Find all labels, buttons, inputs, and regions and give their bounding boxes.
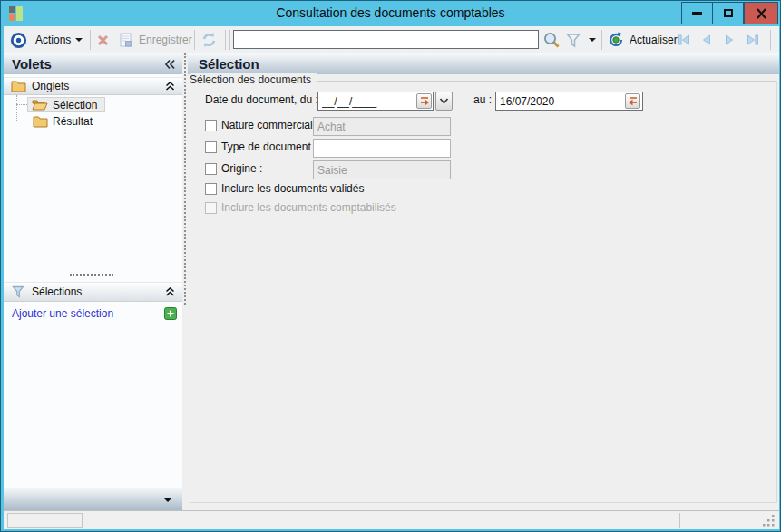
minimize-icon [692, 12, 702, 15]
collapse-section-icon[interactable] [165, 82, 175, 91]
include-validated-label: Inclure les documents validés [221, 182, 364, 195]
include-posted-label: Inclure les documents comptabilisés [221, 201, 396, 214]
filter-dropdown-button[interactable] [589, 26, 596, 53]
red-x-icon [96, 34, 110, 47]
date-from-dropdown-button[interactable] [435, 92, 453, 111]
sidebar-volets: Volets Onglets [4, 53, 182, 510]
search-icon [542, 31, 561, 49]
folder-icon [11, 80, 26, 92]
sidebar-bottom-bar[interactable] [4, 488, 182, 510]
minimize-button[interactable] [681, 2, 713, 24]
date-to-input[interactable] [495, 92, 643, 111]
toolbar-separator [601, 30, 602, 50]
save-icon [118, 33, 133, 48]
orange-arrow-left-icon [628, 96, 639, 106]
actions-label: Actions [35, 34, 71, 46]
actions-button[interactable]: Actions [10, 26, 83, 53]
nature-commerciale-label: Nature commerciale : [221, 119, 325, 131]
sidebar-item-selection[interactable]: Sélection [27, 97, 105, 112]
date-to-label: au : [473, 93, 492, 106]
save-label: Enregistrer [139, 34, 192, 46]
type-document-label: Type de document : [221, 140, 317, 153]
toolbar-separator [225, 30, 226, 50]
sidebar-title: Volets [4, 56, 52, 72]
groupbox-legend: Sélection des documents [190, 73, 317, 86]
main-panel-header: Sélection [188, 53, 779, 74]
type-document-row: Type de document : [205, 140, 317, 153]
origine-checkbox[interactable] [205, 163, 217, 175]
close-icon [756, 8, 767, 19]
filter-icon [565, 33, 581, 48]
folder-icon [33, 115, 48, 128]
refresh-circle-icon [608, 32, 624, 48]
previous-record-icon [699, 33, 714, 47]
date-to-jump-button[interactable] [625, 93, 640, 109]
collapse-section-icon[interactable] [165, 287, 175, 296]
add-plus-icon[interactable] [164, 307, 177, 320]
sidebar-item-label: Résultat [53, 115, 93, 128]
delete-button[interactable] [96, 26, 110, 53]
status-bar [4, 510, 779, 529]
actualiser-button[interactable]: Actualiser [608, 26, 678, 53]
first-record-button[interactable] [677, 26, 692, 53]
status-divider [679, 513, 680, 528]
window-title: Consultation des documents comptables [1, 5, 780, 20]
actualiser-label: Actualiser [630, 34, 678, 46]
selections-section-header[interactable]: Sélections [4, 282, 182, 302]
search-button[interactable] [542, 26, 561, 53]
nature-commerciale-checkbox[interactable] [205, 120, 217, 131]
toolbar-separator [229, 30, 230, 50]
sidebar-header: Volets [4, 53, 182, 74]
orange-arrow-right-icon [419, 96, 430, 106]
origine-field[interactable]: Saisie [313, 160, 451, 179]
date-from-jump-button[interactable] [416, 93, 432, 109]
save-button[interactable]: Enregistrer [118, 26, 192, 53]
type-document-field[interactable] [313, 139, 451, 158]
title-bar[interactable]: Consultation des documents comptables [1, 1, 780, 26]
tree-connector [16, 104, 27, 105]
chevron-down-icon [163, 498, 172, 502]
include-posted-checkbox [205, 202, 217, 214]
last-record-icon [745, 33, 760, 47]
add-selection-link[interactable]: Ajouter une sélection [12, 307, 113, 320]
collapse-sidebar-icon[interactable] [164, 59, 175, 69]
refresh-layout-button[interactable] [200, 26, 218, 53]
chevron-down-icon [439, 98, 449, 104]
main-panel: Sélection Sélection des documents Date d… [188, 53, 779, 510]
sidebar-item-label: Sélection [53, 99, 97, 111]
include-posted-row: Inclure les documents comptabilisés [205, 201, 396, 214]
filter-button[interactable] [565, 26, 581, 53]
origine-row: Origine : [205, 162, 262, 175]
refresh-icon [200, 32, 218, 48]
main-toolbar: Actions Enregistrer [4, 26, 779, 53]
status-cell [7, 513, 83, 528]
sidebar-vertical-splitter[interactable] [184, 53, 186, 305]
next-record-button[interactable] [722, 26, 737, 53]
tree-connector [16, 95, 17, 121]
maximize-icon [724, 9, 733, 17]
selections-label: Sélections [32, 285, 82, 298]
nature-commerciale-value: Achat [317, 121, 346, 133]
first-record-icon [677, 33, 692, 47]
include-validated-checkbox[interactable] [205, 183, 217, 195]
toolbar-separator [770, 30, 771, 50]
previous-record-button[interactable] [699, 26, 714, 53]
type-document-checkbox[interactable] [205, 141, 217, 153]
origine-value: Saisie [317, 164, 347, 177]
window-content: Actions Enregistrer [4, 26, 779, 529]
app-window: Consultation des documents comptables Ac… [0, 0, 781, 532]
resize-grip[interactable] [763, 515, 776, 527]
nature-commerciale-field[interactable]: Achat [313, 117, 451, 136]
sidebar-item-resultat[interactable]: Résultat [29, 113, 111, 129]
chevron-down-icon [589, 38, 596, 42]
toolbar-separator [194, 30, 195, 50]
actions-caret-icon [75, 38, 83, 42]
onglets-section-header[interactable]: Onglets [4, 77, 182, 95]
search-input[interactable] [233, 30, 539, 49]
include-validated-row: Inclure les documents validés [205, 182, 364, 195]
sidebar-splitter-handle[interactable] [70, 274, 113, 276]
maximize-button[interactable] [713, 2, 744, 24]
last-record-button[interactable] [745, 26, 760, 53]
origine-label: Origine : [221, 162, 262, 175]
close-button[interactable] [744, 2, 778, 24]
